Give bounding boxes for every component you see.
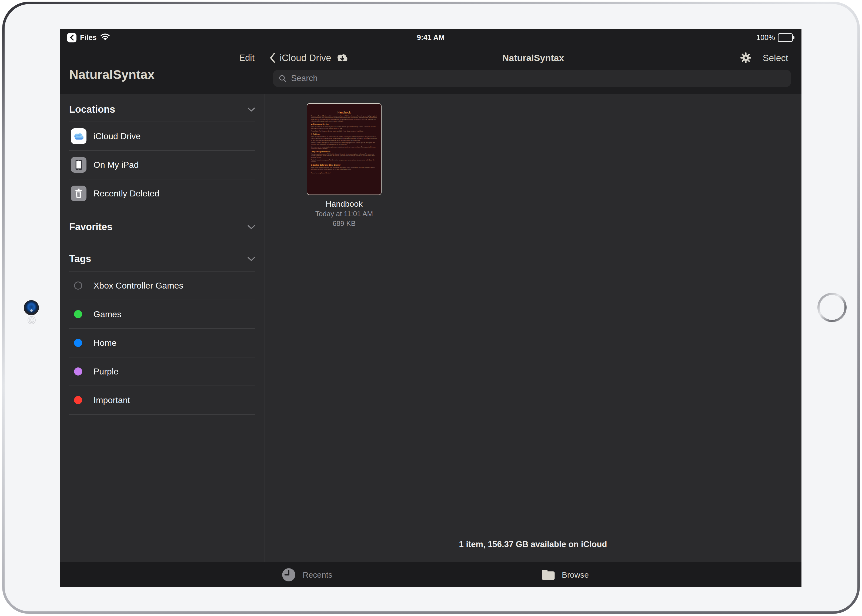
sidebar-item-icloud-drive[interactable]: iCloud Drive [69, 122, 255, 151]
sidebar-item-tag[interactable]: Purple [69, 357, 255, 386]
sidebar-item-tag[interactable]: Games [69, 300, 255, 329]
light-sensor [28, 316, 36, 324]
front-camera [24, 300, 39, 315]
content-area: Locations iCloud Drive [60, 94, 801, 562]
doc-heading-icon: ▦ [311, 164, 312, 166]
locations-section-header[interactable]: Locations [69, 101, 255, 118]
doc-preview-p: Welcome to Natural Syntax, within it you… [311, 115, 378, 122]
doc-preview-h: ▦Lexical Color and Style Overlay [311, 164, 378, 166]
file-name: Handbook [307, 200, 382, 209]
home-button [817, 292, 847, 324]
sidebar-item-on-my-ipad[interactable]: On My iPad [69, 151, 255, 179]
sidebar-item-label: On My iPad [93, 160, 138, 170]
favorites-section-header[interactable]: Favorites [69, 219, 255, 235]
trash-icon [71, 185, 87, 201]
file-tile-handbook[interactable]: HandbookWelcome to Natural Syntax, withi… [307, 103, 382, 228]
tag-color-dot [74, 339, 82, 347]
doc-preview-h: ↓Importing ePub Files [311, 151, 378, 152]
doc-preview-p: Pro tip: If you only have your ePub file… [311, 159, 378, 163]
app-title: NaturalSyntax [69, 67, 154, 82]
chevron-down-icon[interactable] [247, 257, 255, 261]
doc-preview-p: Please Note: The Discovery Service is on… [311, 130, 378, 132]
back-to-app-button[interactable] [67, 33, 77, 42]
sidebar-item-label: Recently Deleted [93, 189, 159, 199]
doc-preview-h: ⚙Settings [311, 133, 378, 135]
clock-icon [281, 567, 296, 582]
sidebar-item-label: iCloud Drive [93, 131, 140, 141]
doc-preview-footer: Thanks for using Natural Syntax! [311, 172, 378, 174]
doc-preview-hr [311, 171, 378, 171]
chevron-down-icon[interactable] [247, 225, 255, 229]
select-button[interactable]: Select [763, 53, 788, 63]
folder-icon [541, 569, 555, 581]
light-sensor-core [30, 319, 33, 322]
edit-button[interactable]: Edit [239, 46, 255, 70]
tab-bar: Recents Browse [60, 562, 801, 587]
tab-label: Recents [303, 570, 332, 580]
sidebar: Locations iCloud Drive [60, 94, 264, 562]
doc-preview-p: You can import your own ePub files into … [311, 153, 378, 158]
doc-preview-hr [311, 110, 378, 110]
search-icon [278, 74, 287, 83]
icloud-drive-icon [71, 128, 87, 144]
doc-preview-title: Handbook [311, 111, 378, 114]
camera-glint [30, 310, 33, 312]
tag-label: Games [93, 310, 121, 319]
doc-heading-icon: ↓ [311, 151, 311, 152]
wifi-icon [100, 33, 110, 42]
file-modified-date: Today at 11:01 AM [307, 209, 382, 218]
tags-section-header[interactable]: Tags [69, 251, 255, 267]
locations-list: iCloud Drive On My iPad [69, 122, 255, 207]
doc-heading-icon: ☁ [311, 123, 313, 125]
navigation-bar: Edit iCloud Drive NaturalSyntax [60, 46, 801, 70]
ipad-screen: Files 9:41 AM 100% Edit iCloud Drive [60, 29, 801, 587]
search-field[interactable] [273, 70, 791, 87]
doc-heading-icon: ⚙ [311, 133, 312, 135]
favorites-header-label: Favorites [69, 221, 112, 233]
tag-label: Important [93, 395, 130, 405]
locations-header-label: Locations [69, 104, 115, 115]
tag-color-dot [74, 368, 82, 376]
ipad-icon [71, 157, 87, 173]
tag-color-dot [74, 396, 82, 404]
tab-recents[interactable]: Recents [281, 562, 332, 587]
battery-icon [778, 33, 794, 42]
battery-percent: 100% [757, 33, 775, 42]
tab-browse[interactable]: Browse [541, 562, 589, 587]
light-sensor-ring [29, 317, 34, 323]
tag-color-dot [74, 281, 82, 290]
search-input[interactable] [291, 73, 786, 83]
tag-label: Xbox Controller Games [93, 281, 184, 291]
sidebar-item-tag[interactable]: Xbox Controller Games [69, 272, 255, 300]
storage-status: 1 item, 156.37 GB available on iCloud [264, 539, 801, 549]
doc-preview-p: While you're reading your book, you can … [311, 167, 378, 170]
tag-color-dot [74, 310, 82, 318]
status-bar: Files 9:41 AM 100% [60, 29, 801, 46]
tag-label: Home [93, 338, 116, 348]
sidebar-item-tag[interactable]: Important [69, 386, 255, 415]
gear-icon[interactable] [739, 52, 752, 64]
tag-label: Purple [93, 367, 119, 377]
file-size: 689 KB [307, 219, 382, 228]
doc-preview-p: Note: some of the customization options … [311, 146, 378, 150]
tags-list: Xbox Controller GamesGamesHomePurpleImpo… [69, 271, 255, 415]
folder-title: NaturalSyntax [265, 46, 801, 70]
doc-preview-p: Pro tip: a number of people like to setu… [311, 142, 378, 145]
chevron-down-icon[interactable] [247, 107, 255, 112]
back-to-app-label[interactable]: Files [80, 33, 97, 42]
tab-label: Browse [562, 570, 589, 580]
clock-time: 9:41 AM [417, 33, 445, 42]
tags-header-label: Tags [69, 253, 91, 264]
doc-preview-p: At the top left of the file browser, you… [311, 126, 378, 129]
sidebar-item-tag[interactable]: Home [69, 329, 255, 357]
sidebar-divider [264, 94, 265, 562]
file-thumbnail[interactable]: HandbookWelcome to Natural Syntax, withi… [307, 103, 382, 195]
doc-preview-p: At the top right of both the file browse… [311, 136, 378, 141]
sidebar-item-recently-deleted[interactable]: Recently Deleted [69, 179, 255, 207]
doc-preview-h: ☁Discovery Service [311, 123, 378, 125]
